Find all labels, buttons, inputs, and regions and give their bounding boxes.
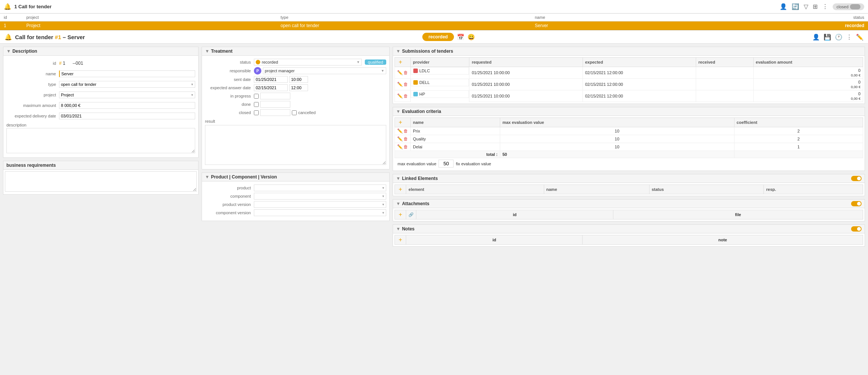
done-label: done [205,102,254,107]
edit-eval-icon[interactable]: ✏️ [397,144,403,149]
delete-eval-icon[interactable]: 🗑 [404,136,408,142]
eval-total-row: total : 50 [395,151,863,158]
delete-submission-icon[interactable]: 🗑 [404,93,408,99]
main-area: ▼ Description id # 1 --001 [0,44,868,375]
edit-eval-icon[interactable]: ✏️ [397,128,403,134]
grid-icon[interactable]: ⊞ [813,3,818,10]
add-evaluation-button[interactable]: + [397,119,404,126]
clock-icon[interactable]: 🕐 [835,34,842,41]
edit-eval-icon[interactable]: ✏️ [397,136,403,142]
delivery-input[interactable] [59,113,195,119]
status-dropdown[interactable]: recorded ▼ [254,59,362,66]
product-value [254,184,386,191]
sent-date-label: sent date [205,77,254,82]
save-icon[interactable]: 💾 [824,34,831,41]
delete-eval-icon[interactable]: 🗑 [404,128,408,134]
provider-col-header: provider [411,58,469,67]
add-linked-button[interactable]: + [397,186,404,193]
page-title: 1 Call for tender [14,4,52,9]
filter-icon[interactable]: ▽ [804,3,808,10]
max-amount-row: maximum amount [6,101,195,110]
edit-submission-icon[interactable]: ✏️ [397,70,403,75]
expected-date-input[interactable] [254,84,288,91]
linked-elements-toggle[interactable] [851,176,862,181]
done-input[interactable] [260,101,290,108]
more-icon[interactable]: ⋮ [822,3,828,10]
edit-submission-icon[interactable]: ✏️ [397,93,403,99]
delete-submission-icon[interactable]: 🗑 [404,82,408,87]
evaluation-content: + name max evaluation value coefficient … [393,116,865,171]
submission-requested: 01/25/2021 10:00:00 [469,67,583,79]
submission-eval: 00,00 € [753,90,863,102]
chevron-description-icon[interactable]: ▼ [6,49,11,54]
name-input[interactable] [59,70,195,77]
chevron-evaluation-icon[interactable]: ▼ [396,109,401,114]
evaluation-section: ▼ Evaluation criteria + name max evaluat… [393,107,865,171]
edit-submission-icon[interactable]: ✏️ [397,82,403,87]
form-header: 🔔 Call for tender #1 – Server recorded 📅… [0,30,868,44]
submission-received [696,67,753,79]
attachments-toggle[interactable] [851,201,862,206]
product-section: ▼ Product | Component | Version product … [202,172,390,221]
product-version-select[interactable] [254,201,386,208]
add-attachment-button[interactable]: + [397,211,404,218]
component-select[interactable] [254,193,386,200]
max-amount-label: maximum amount [6,103,59,108]
max-amount-input[interactable] [59,102,195,109]
notes-toggle[interactable] [851,226,862,232]
linked-resp-col: resp. [764,185,863,194]
description-textarea[interactable] [6,128,195,153]
project-select[interactable]: Project [59,91,195,98]
component-select-wrap [254,193,386,200]
cancelled-checkbox[interactable] [292,110,297,115]
add-note-button[interactable]: + [397,236,404,243]
col-header-status: status [789,15,864,20]
project-select-wrap: Project [59,91,195,98]
list-row[interactable]: 1 Project open call for tender Server re… [0,21,868,30]
closed-input[interactable] [260,109,290,116]
expected-time-input[interactable] [289,84,308,91]
sent-time-input[interactable] [289,76,308,83]
in-progress-checkbox[interactable] [254,94,259,99]
chevron-notes-icon[interactable]: ▼ [396,226,401,232]
status-toggle[interactable] [850,4,860,9]
eval-max: 10 [500,127,734,135]
refresh-icon[interactable]: 🔄 [792,3,799,10]
chevron-attachments-icon[interactable]: ▼ [396,201,401,206]
kebab-icon[interactable]: ⋮ [846,34,852,41]
done-checkbox[interactable] [254,102,259,107]
chevron-submissions-icon[interactable]: ▼ [396,49,401,54]
responsible-dropdown[interactable]: project manager ▼ [263,67,386,74]
in-progress-value [254,93,386,99]
sent-date-time [254,76,386,83]
submission-requested: 01/25/2021 10:00:00 [469,79,583,90]
in-progress-input[interactable] [260,93,290,99]
chevron-treatment-icon[interactable]: ▼ [205,49,209,54]
max-eval-input[interactable] [439,160,454,168]
eval-actions: ✏️ 🗑 [395,143,411,151]
closed-checkbox[interactable] [254,110,259,115]
person-icon[interactable]: 👤 [780,3,787,10]
product-select[interactable] [254,184,386,191]
component-version-label: component version [205,210,254,215]
chevron-linked-icon[interactable]: ▼ [396,176,401,181]
sent-date-value [254,76,386,83]
add-submission-button[interactable]: + [397,59,404,66]
recorded-button[interactable]: recorded [422,33,454,41]
project-row: project Project [6,90,195,99]
sent-date-input[interactable] [254,76,288,83]
submission-provider: LDLC [411,67,469,75]
component-version-select[interactable] [254,209,386,216]
type-select[interactable]: open call for tender [59,81,195,88]
delete-eval-icon[interactable]: 🗑 [404,144,408,149]
pencil-icon[interactable]: ✏️ [856,34,863,41]
chevron-product-icon[interactable]: ▼ [205,174,209,180]
delete-submission-icon[interactable]: 🗑 [404,70,408,75]
notes-add-col: + [395,235,406,245]
desc-area-wrap: description [6,123,195,154]
eval-coef: 1 [734,143,863,151]
biz-req-textarea[interactable] [5,171,197,192]
result-textarea[interactable] [205,125,386,165]
eval-name: Quality [411,135,500,143]
person-form-icon[interactable]: 👤 [812,34,820,41]
